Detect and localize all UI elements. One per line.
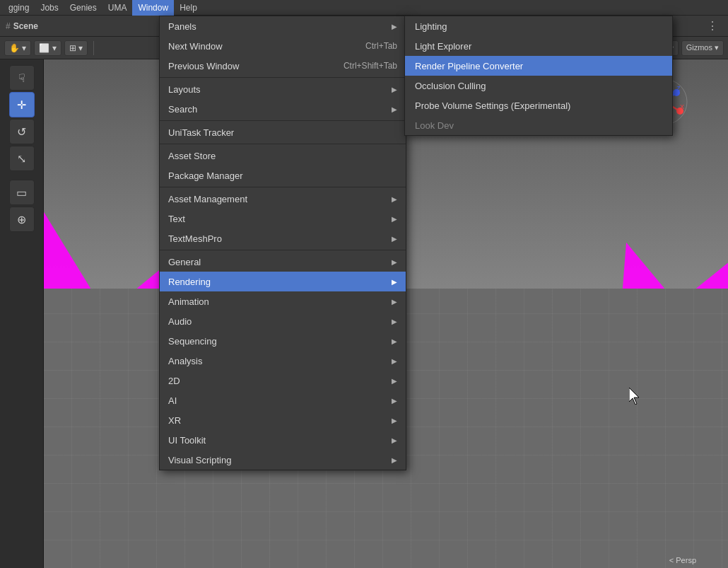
- submenu-look-dev-label: Look Dev: [415, 120, 454, 131]
- persp-label: < Persp: [669, 556, 696, 564]
- submenu-render-pipeline-converter[interactable]: Render Pipeline Converter: [405, 56, 672, 76]
- rect-tool-btn[interactable]: ▭: [9, 180, 35, 205]
- divider-2: [160, 120, 406, 121]
- transform-button[interactable]: ⬜ ▾: [34, 40, 61, 56]
- sequencing-arrow: ▶: [392, 337, 397, 345]
- animation-arrow: ▶: [392, 298, 397, 306]
- menu-ai[interactable]: AI ▶: [160, 390, 406, 410]
- menu-ui-toolkit[interactable]: UI Toolkit ▶: [160, 430, 406, 450]
- move-tool-btn[interactable]: ✛: [9, 92, 35, 117]
- analysis-arrow: ▶: [392, 357, 397, 365]
- menu-item-jobs[interactable]: Jobs: [35, 0, 64, 16]
- separator: [93, 41, 94, 55]
- submenu-light-explorer-label: Light Explorer: [415, 41, 471, 52]
- scene-title: Scene: [13, 21, 38, 31]
- rotate-tool-btn[interactable]: ↺: [9, 119, 35, 144]
- menu-visual-scripting[interactable]: Visual Scripting ▶: [160, 450, 406, 470]
- visual-scripting-arrow: ▶: [392, 456, 397, 464]
- panels-arrow: ▶: [392, 23, 397, 30]
- layouts-arrow: ▶: [392, 86, 397, 93]
- menu-asset-store[interactable]: Asset Store: [160, 146, 406, 166]
- menu-analysis[interactable]: Analysis ▶: [160, 351, 406, 371]
- menu-ai-label: AI: [168, 395, 177, 406]
- menu-animation[interactable]: Animation ▶: [160, 291, 406, 311]
- menu-asset-management[interactable]: Asset Management ▶: [160, 189, 406, 209]
- submenu-look-dev: Look Dev: [405, 115, 672, 135]
- search-arrow: ▶: [392, 105, 397, 113]
- text-arrow: ▶: [392, 215, 397, 223]
- next-window-shortcut: Ctrl+Tab: [365, 41, 397, 51]
- menu-asset-management-label: Asset Management: [168, 194, 247, 204]
- menu-prev-window[interactable]: Previous Window Ctrl+Shift+Tab: [160, 56, 406, 76]
- menu-item-help[interactable]: Help: [174, 0, 203, 16]
- menu-general-label: General: [168, 257, 201, 267]
- ai-arrow: ▶: [392, 397, 397, 405]
- menu-next-window[interactable]: Next Window Ctrl+Tab: [160, 36, 406, 56]
- grid-button[interactable]: ⊞ ▾: [64, 40, 88, 56]
- menu-general[interactable]: General ▶: [160, 252, 406, 272]
- menu-rendering[interactable]: Rendering ▶: [160, 272, 406, 291]
- menu-layouts[interactable]: Layouts ▶: [160, 79, 406, 99]
- menu-rendering-label: Rendering: [168, 277, 211, 287]
- menu-search-label: Search: [168, 104, 197, 115]
- divider-4: [160, 187, 406, 187]
- divider-5: [160, 250, 406, 250]
- menu-xr-label: XR: [168, 415, 181, 426]
- scene-label: # Scene: [6, 21, 38, 31]
- menu-unitask-label: UniTask Tracker: [168, 127, 234, 138]
- menu-ui-toolkit-label: UI Toolkit: [168, 435, 206, 446]
- divider-3: [160, 144, 406, 144]
- menu-panels-label: Panels: [168, 21, 196, 32]
- menu-panels[interactable]: Panels ▶: [160, 16, 406, 36]
- left-panel: ☟ ✛ ↺ ⤡ ▭ ⊕: [0, 59, 44, 568]
- menu-analysis-label: Analysis: [168, 356, 202, 366]
- divider-1: [160, 77, 406, 78]
- window-dropdown-menu: Panels ▶ Next Window Ctrl+Tab Previous W…: [159, 16, 406, 470]
- submenu-lighting-label: Lighting: [415, 21, 447, 32]
- menu-prev-window-label: Previous Window: [168, 61, 239, 71]
- menu-textmeshpro-label: TextMeshPro: [168, 233, 222, 244]
- rendering-submenu: Lighting Light Explorer Render Pipeline …: [404, 16, 673, 136]
- menu-2d-label: 2D: [168, 376, 180, 386]
- submenu-occlusion-culling[interactable]: Occlusion Culling: [405, 76, 672, 95]
- menu-animation-label: Animation: [168, 296, 209, 307]
- general-arrow: ▶: [392, 258, 397, 266]
- more-options-button[interactable]: ⋮: [703, 18, 722, 34]
- menu-sequencing-label: Sequencing: [168, 336, 217, 347]
- menu-search[interactable]: Search ▶: [160, 99, 406, 119]
- menu-item-window[interactable]: Window: [132, 0, 174, 16]
- menu-sequencing[interactable]: Sequencing ▶: [160, 331, 406, 351]
- submenu-render-pipeline-label: Render Pipeline Converter: [415, 61, 523, 71]
- pan-tool-btn[interactable]: ☟: [9, 65, 35, 91]
- menu-textmeshpro[interactable]: TextMeshPro ▶: [160, 228, 406, 248]
- scale-tool-btn[interactable]: ⤡: [9, 146, 35, 171]
- menu-package-manager[interactable]: Package Manager: [160, 166, 406, 185]
- scene-hash-icon: #: [6, 21, 11, 31]
- menu-audio[interactable]: Audio ▶: [160, 311, 406, 331]
- menu-item-genies[interactable]: Genies: [64, 0, 102, 16]
- menu-item-gging[interactable]: gging: [3, 0, 35, 16]
- menu-text[interactable]: Text ▶: [160, 209, 406, 228]
- menu-item-uma[interactable]: UMA: [102, 0, 133, 16]
- menu-audio-label: Audio: [168, 316, 192, 327]
- 2d-arrow: ▶: [392, 377, 397, 385]
- xr-arrow: ▶: [392, 417, 397, 424]
- svg-text:Z: Z: [676, 85, 681, 92]
- hand-tool-button[interactable]: ✋ ▾: [4, 40, 31, 56]
- menu-unitask[interactable]: UniTask Tracker: [160, 122, 406, 142]
- submenu-probe-volume[interactable]: Probe Volume Settings (Experimental): [405, 95, 672, 115]
- menu-visual-scripting-label: Visual Scripting: [168, 455, 231, 465]
- menu-xr[interactable]: XR ▶: [160, 410, 406, 430]
- audio-arrow: ▶: [392, 318, 397, 325]
- submenu-light-explorer[interactable]: Light Explorer: [405, 36, 672, 56]
- submenu-probe-volume-label: Probe Volume Settings (Experimental): [415, 100, 570, 111]
- transform-tool-btn[interactable]: ⊕: [9, 207, 35, 232]
- ui-toolkit-arrow: ▶: [392, 436, 397, 444]
- menu-2d[interactable]: 2D ▶: [160, 371, 406, 390]
- submenu-occlusion-label: Occlusion Culling: [415, 81, 486, 91]
- gizmos-button[interactable]: Gizmos ▾: [681, 40, 724, 56]
- menu-asset-store-label: Asset Store: [168, 151, 216, 161]
- asset-management-arrow: ▶: [392, 195, 397, 203]
- prev-window-shortcut: Ctrl+Shift+Tab: [344, 61, 397, 71]
- submenu-lighting[interactable]: Lighting: [405, 16, 672, 36]
